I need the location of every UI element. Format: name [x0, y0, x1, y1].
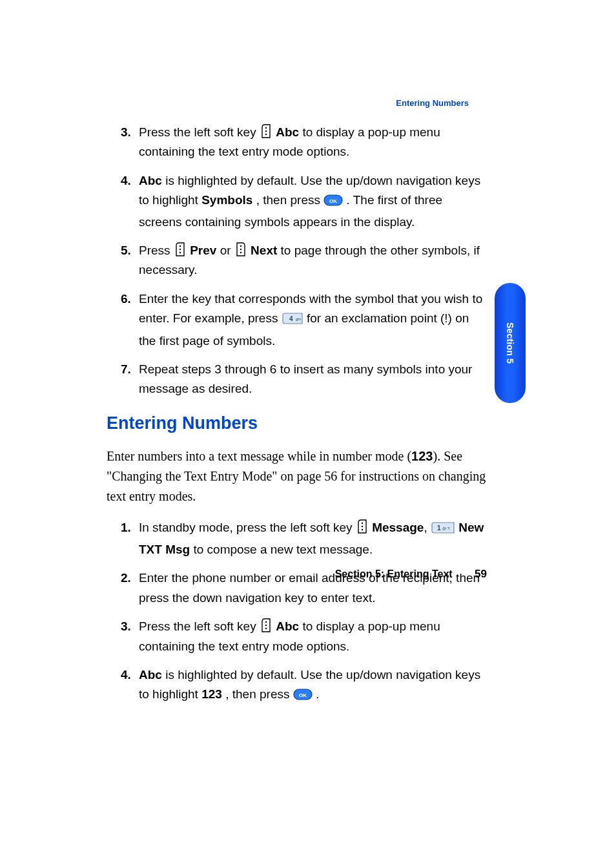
- svg-point-1: [265, 130, 267, 132]
- text: Press the left soft key: [139, 125, 260, 139]
- list-item: 6. Enter the key that corresponds with t…: [139, 289, 487, 351]
- text: Press the left soft key: [139, 619, 260, 633]
- bold-text: Abc: [139, 668, 162, 681]
- text: .: [316, 687, 319, 701]
- svg-text:OK: OK: [299, 692, 307, 698]
- page-container: Entering Numbers 3. Press the left soft …: [0, 0, 616, 707]
- section-tab-label: Section 5: [505, 322, 515, 364]
- list-item: 4. Abc is highlighted by default. Use th…: [139, 665, 487, 707]
- text: ,: [424, 521, 431, 534]
- text: In standby mode, press the left soft key: [139, 521, 356, 534]
- page-number: 59: [475, 568, 487, 581]
- text: Repeat steps 3 through 6 to insert as ma…: [139, 362, 472, 395]
- svg-point-13: [362, 522, 363, 523]
- svg-point-18: [265, 621, 267, 623]
- left-softkey-icon: [260, 618, 272, 633]
- list-item: 3. Press the left soft key Abc to displa…: [139, 617, 487, 656]
- text: Enter numbers into a text message while …: [107, 449, 411, 463]
- svg-point-8: [240, 245, 241, 247]
- text: or: [220, 244, 234, 257]
- intro-paragraph: Enter numbers into a text message while …: [107, 446, 487, 506]
- svg-text:ghi: ghi: [296, 317, 301, 321]
- svg-point-7: [180, 252, 181, 253]
- section-tab: Section 5: [495, 283, 526, 403]
- list-item: 7. Repeat steps 3 through 6 to insert as…: [139, 360, 487, 399]
- svg-point-19: [265, 625, 267, 626]
- page-footer: Section 5: Entering Text 59: [0, 568, 487, 581]
- svg-point-15: [362, 528, 363, 530]
- text: to compose a new text message.: [193, 543, 373, 556]
- running-header: Entering Numbers: [396, 98, 469, 108]
- step-number: 1.: [121, 518, 131, 537]
- text: Press: [139, 244, 174, 257]
- svg-point-2: [265, 134, 267, 135]
- step-number: 4.: [121, 171, 131, 191]
- footer-label: Section 5: Entering Text: [335, 568, 453, 579]
- step-number: 3.: [121, 123, 131, 142]
- svg-point-14: [362, 525, 363, 526]
- svg-point-0: [265, 127, 267, 129]
- key-4-icon: 4ghi: [282, 311, 303, 331]
- bold-text: Abc: [139, 174, 162, 187]
- text: , then press: [225, 687, 293, 701]
- steps-list-b: 1. In standby mode, press the left soft …: [107, 518, 487, 707]
- svg-point-20: [265, 628, 267, 629]
- svg-point-5: [180, 245, 181, 247]
- svg-point-9: [240, 249, 241, 250]
- section-heading: Entering Numbers: [107, 413, 487, 433]
- svg-text:4: 4: [289, 315, 293, 322]
- left-softkey-icon: [174, 242, 187, 257]
- svg-text:OK: OK: [329, 198, 337, 204]
- page-content: 3. Press the left soft key Abc to displa…: [107, 123, 487, 707]
- bold-text: 123: [201, 687, 222, 701]
- list-item: 1. In standby mode, press the left soft …: [139, 518, 487, 560]
- svg-text:1: 1: [437, 525, 441, 532]
- step-number: 6.: [121, 289, 131, 309]
- bold-text: Symbols: [201, 193, 252, 207]
- list-item: 5. Press Prev or Next to page through th…: [139, 241, 487, 280]
- right-softkey-icon: [234, 242, 247, 257]
- step-number: 5.: [121, 241, 131, 260]
- step-number: 7.: [121, 360, 131, 379]
- svg-point-10: [240, 252, 241, 253]
- bold-text: 123: [411, 449, 433, 463]
- steps-list-a: 3. Press the left soft key Abc to displa…: [107, 123, 487, 399]
- list-item: 3. Press the left soft key Abc to displa…: [139, 123, 487, 162]
- bold-text: Message: [372, 521, 424, 534]
- bold-text: Abc: [276, 619, 299, 633]
- key-1-icon: 1@.?;: [431, 521, 455, 540]
- bold-text: Next: [251, 244, 277, 257]
- bold-text: Prev: [190, 244, 216, 257]
- svg-point-6: [180, 249, 181, 250]
- left-softkey-icon: [260, 123, 272, 139]
- ok-button-icon: OK: [323, 192, 343, 212]
- text: , then press: [256, 193, 324, 207]
- bold-text: Abc: [276, 125, 299, 139]
- step-number: 4.: [121, 665, 131, 685]
- step-number: 3.: [121, 617, 131, 636]
- svg-text:@.?;: @.?;: [442, 526, 451, 530]
- list-item: 4. Abc is highlighted by default. Use th…: [139, 171, 487, 232]
- left-softkey-icon: [356, 519, 369, 534]
- ok-button-icon: OK: [293, 687, 313, 706]
